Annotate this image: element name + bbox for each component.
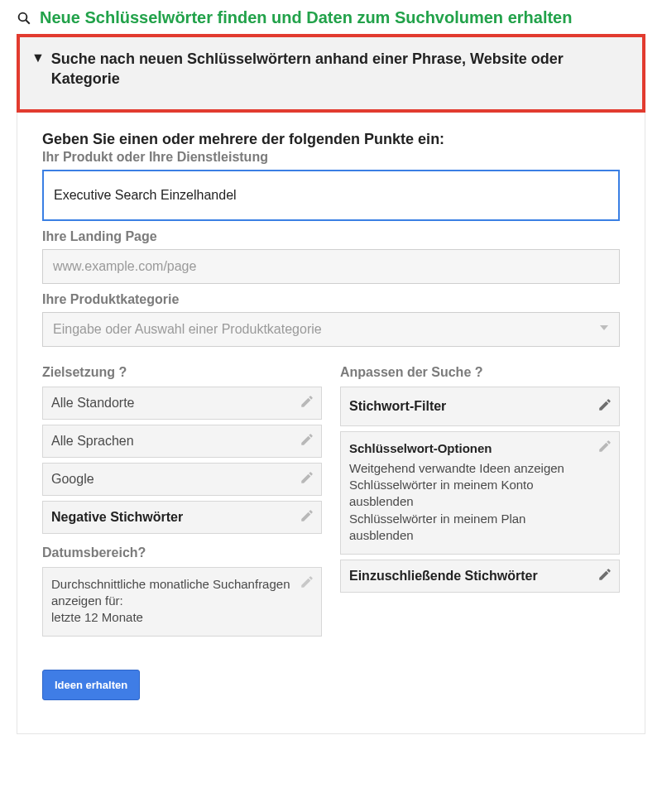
keyword-options-line3: Schlüsselwörter in meinem Plan ausblende… bbox=[349, 511, 591, 545]
targeting-network-label: Google bbox=[51, 472, 94, 486]
keyword-filter-label: Stichwort-Filter bbox=[349, 399, 446, 413]
targeting-location-label: Alle Standorte bbox=[51, 396, 135, 410]
date-range-line1: Durchschnittliche monatliche Suchanfrage… bbox=[51, 576, 293, 610]
accordion-search-by-phrase[interactable]: ▼ Suche nach neuen Schlüsselwörtern anha… bbox=[17, 34, 645, 113]
targeting-title: Zielsetzung ? bbox=[42, 365, 322, 380]
pencil-icon bbox=[300, 508, 314, 523]
svg-point-0 bbox=[19, 12, 27, 21]
pencil-icon bbox=[300, 470, 314, 485]
dropdown-icon bbox=[597, 321, 611, 338]
targeting-negative-keywords[interactable]: Negative Stichwörter bbox=[42, 501, 322, 534]
date-range-block[interactable]: Durchschnittliche monatliche Suchanfrage… bbox=[42, 567, 322, 637]
page-title: Neue Schlüsselwörter finden und Daten zu… bbox=[40, 8, 572, 27]
pencil-icon bbox=[300, 432, 314, 447]
get-ideas-button[interactable]: Ideen erhalten bbox=[42, 670, 140, 700]
form-prompt: Geben Sie einen oder mehrere der folgend… bbox=[42, 131, 620, 148]
accordion-title-text: Suche nach neuen Schlüsselwörtern anhand… bbox=[51, 49, 631, 89]
pencil-icon bbox=[597, 567, 612, 582]
pencil-icon bbox=[597, 397, 612, 412]
search-icon bbox=[17, 11, 31, 26]
targeting-network[interactable]: Google bbox=[42, 463, 322, 496]
landing-page-input[interactable]: www.example.com/page bbox=[42, 249, 620, 284]
keyword-options[interactable]: Schlüsselwort-Optionen Weitgehend verwan… bbox=[340, 431, 620, 555]
landing-page-placeholder: www.example.com/page bbox=[53, 259, 196, 274]
triangle-down-icon: ▼ bbox=[31, 49, 45, 67]
keyword-options-line1: Weitgehend verwandte Ideen anzeigen bbox=[349, 460, 591, 477]
pencil-icon bbox=[597, 439, 612, 454]
product-category-select[interactable]: Eingabe oder Auswahl einer Produktkatego… bbox=[42, 312, 620, 347]
include-keywords[interactable]: Einzuschließende Stichwörter bbox=[340, 560, 620, 593]
targeting-location[interactable]: Alle Standorte bbox=[42, 387, 322, 420]
date-range-title: Datumsbereich? bbox=[42, 545, 322, 560]
landing-page-label: Ihre Landing Page bbox=[42, 229, 620, 244]
product-service-input[interactable] bbox=[42, 170, 620, 221]
pencil-icon bbox=[300, 574, 314, 589]
pencil-icon bbox=[300, 394, 314, 409]
keyword-filter[interactable]: Stichwort-Filter bbox=[340, 387, 620, 426]
product-label: Ihr Produkt oder Ihre Dienstleistung bbox=[42, 150, 620, 165]
include-keywords-label: Einzuschließende Stichwörter bbox=[349, 569, 538, 583]
customize-column: Anpassen der Suche ? Stichwort-Filter Sc… bbox=[340, 365, 620, 637]
targeting-language-label: Alle Sprachen bbox=[51, 434, 134, 448]
svg-line-1 bbox=[26, 20, 30, 24]
page-header: Neue Schlüsselwörter finden und Daten zu… bbox=[17, 8, 645, 27]
category-placeholder: Eingabe oder Auswahl einer Produktkatego… bbox=[53, 322, 322, 337]
customize-title: Anpassen der Suche ? bbox=[340, 365, 620, 380]
date-range-line2: letzte 12 Monate bbox=[51, 609, 293, 626]
negative-keywords-label: Negative Stichwörter bbox=[51, 510, 183, 524]
product-category-label: Ihre Produktkategorie bbox=[42, 292, 620, 307]
keyword-options-line2: Schlüsselwörter in meinem Konto ausblend… bbox=[349, 477, 591, 511]
search-panel: Geben Sie einen oder mehrere der folgend… bbox=[17, 113, 645, 735]
keyword-options-title: Schlüsselwort-Optionen bbox=[349, 440, 591, 457]
targeting-column: Zielsetzung ? Alle Standorte Alle Sprach… bbox=[42, 365, 322, 637]
targeting-language[interactable]: Alle Sprachen bbox=[42, 425, 322, 458]
